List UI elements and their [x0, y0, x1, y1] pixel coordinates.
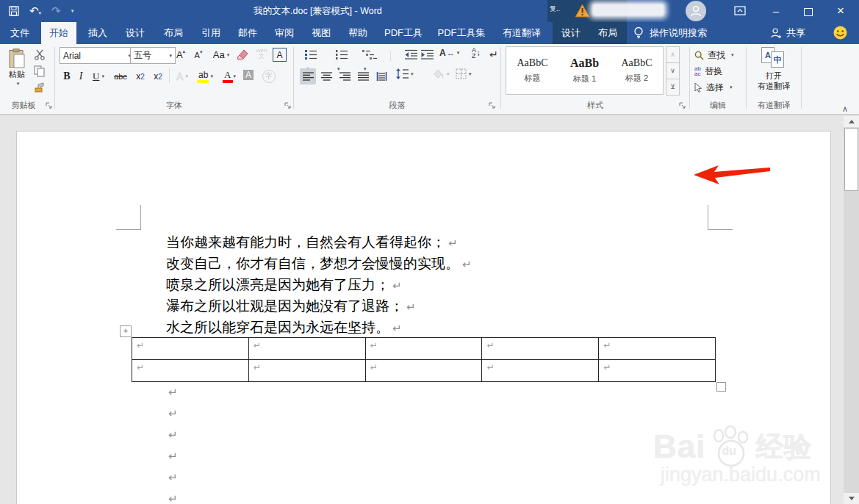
minimize-button[interactable]: –: [764, 0, 788, 22]
align-center-button[interactable]: [318, 68, 334, 84]
enclose-characters-button[interactable]: 字: [262, 70, 276, 83]
redo-icon[interactable]: ↷: [51, 4, 61, 18]
show-marks-button[interactable]: ↵: [489, 48, 498, 60]
paragraph-mark[interactable]: ↵: [168, 471, 178, 484]
styles-scroll-down[interactable]: ∨: [666, 63, 680, 79]
sort-button[interactable]: A Z ↓: [472, 47, 481, 59]
grow-font-button[interactable]: A▴: [173, 47, 189, 62]
undo-icon[interactable]: ↶▾: [29, 4, 41, 18]
change-case-button[interactable]: Aa▾: [211, 47, 231, 62]
table-cell[interactable]: ↵: [249, 360, 366, 382]
strikethrough-button[interactable]: abc: [111, 68, 130, 85]
tab-home[interactable]: 开始: [41, 22, 76, 44]
cut-button[interactable]: [34, 49, 46, 60]
scroll-up-button[interactable]: [844, 116, 859, 127]
warning-icon[interactable]: [575, 4, 590, 18]
italic-button[interactable]: I: [76, 68, 86, 85]
paragraph-mark[interactable]: ↵: [168, 428, 178, 442]
font-size-combobox[interactable]: 五号▾: [130, 47, 176, 64]
styles-scroll-up[interactable]: ∧: [666, 46, 680, 63]
text-highlight-button[interactable]: ab▾: [195, 68, 217, 85]
table-cell[interactable]: ↵: [249, 338, 366, 360]
underline-button[interactable]: U▾: [89, 68, 108, 85]
tab-layout[interactable]: 布局: [157, 22, 190, 44]
tab-review[interactable]: 审阅: [267, 22, 301, 44]
tab-view[interactable]: 视图: [304, 22, 338, 44]
asian-layout-button[interactable]: A ↔ ▾: [439, 48, 459, 58]
tab-design[interactable]: 设计: [118, 22, 152, 44]
table-resize-handle[interactable]: [716, 382, 726, 392]
paragraph-mark[interactable]: ↵: [168, 492, 178, 504]
customize-qat-icon[interactable]: ▾: [71, 8, 74, 14]
doc-line[interactable]: 喷泉之所以漂亮是因为她有了压力；↵: [166, 276, 402, 294]
font-dialog-launcher[interactable]: [284, 102, 292, 109]
style-item-heading2[interactable]: AaBbC 标题 2: [613, 57, 661, 84]
ribbon-display-options-icon[interactable]: [734, 6, 746, 15]
find-button[interactable]: 查找▾: [694, 48, 734, 62]
copy-button[interactable]: [34, 65, 45, 77]
open-youdao-button[interactable]: A 中 打开 有道翻译: [750, 46, 797, 100]
doc-line[interactable]: 当你越来越有能力时，自然会有人看得起你；↵: [166, 234, 458, 251]
phonetic-guide-button[interactable]: wén 文: [254, 48, 270, 60]
tab-pdf-toolset[interactable]: PDF工具集: [431, 22, 492, 44]
account-avatar[interactable]: [686, 1, 706, 21]
style-item-title[interactable]: AaBbC 标题: [508, 57, 557, 84]
tell-me-search[interactable]: 操作说明搜索: [633, 22, 707, 44]
line-spacing-button[interactable]: ▾: [395, 68, 414, 79]
table-cell[interactable]: ↵: [599, 360, 716, 382]
maximize-button[interactable]: [797, 0, 820, 22]
share-button[interactable]: 共享: [770, 22, 805, 44]
table-cell[interactable]: ↵: [366, 338, 483, 360]
vertical-scrollbar[interactable]: [844, 116, 859, 504]
increase-indent-button[interactable]: [420, 49, 434, 60]
align-right-button[interactable]: [337, 68, 353, 84]
paragraph-dialog-launcher[interactable]: [489, 102, 496, 109]
subscript-button[interactable]: x2: [133, 68, 148, 85]
font-color-button[interactable]: A▾: [220, 68, 240, 85]
table-cell[interactable]: ↵: [482, 360, 599, 382]
shrink-font-button[interactable]: A▾: [190, 47, 206, 62]
character-shading-button[interactable]: A: [243, 70, 254, 80]
table-cell[interactable]: ↵: [132, 338, 249, 360]
tab-mailings[interactable]: 邮件: [231, 22, 265, 44]
feedback-smiley-icon[interactable]: [833, 26, 847, 40]
collapse-ribbon-icon[interactable]: ∧: [842, 104, 848, 114]
text-effects-button[interactable]: A▾: [173, 68, 192, 85]
tab-table-layout[interactable]: 布局: [589, 22, 626, 44]
paragraph-mark[interactable]: ↵: [168, 407, 178, 420]
tab-table-design[interactable]: 设计: [553, 22, 589, 44]
style-item-heading1[interactable]: AaBb 标题 1: [561, 57, 609, 84]
tab-references[interactable]: 引用: [194, 22, 228, 44]
tab-pdf-tools[interactable]: PDF工具: [378, 22, 429, 44]
clear-formatting-button[interactable]: [236, 48, 249, 60]
table-cell[interactable]: ↵: [132, 360, 249, 382]
tab-help[interactable]: 帮助: [341, 22, 375, 44]
save-icon[interactable]: [9, 6, 19, 16]
paragraph-mark[interactable]: ↵: [168, 386, 178, 399]
doc-line[interactable]: 瀑布之所以壮观是因为她没有了退路；↵: [166, 298, 416, 315]
table-cell[interactable]: ↵: [599, 338, 716, 360]
replace-button[interactable]: ab ac 替换: [694, 64, 722, 79]
font-name-combobox[interactable]: Arial▾: [60, 47, 134, 64]
tab-file[interactable]: 文件: [3, 22, 37, 44]
character-border-button[interactable]: A: [273, 48, 287, 62]
paste-button[interactable]: 粘贴 ▾: [3, 47, 31, 96]
scroll-down-button[interactable]: [844, 493, 859, 504]
scrollbar-thumb[interactable]: [844, 128, 858, 191]
styles-dialog-launcher[interactable]: [679, 102, 686, 109]
paragraph-mark[interactable]: ↵: [168, 450, 178, 463]
table-cell[interactable]: ↵: [366, 360, 483, 382]
doc-line[interactable]: 改变自己，你才有自信，梦想才会慢慢的实现。↵: [166, 255, 472, 273]
document-page[interactable]: 当你越来越有能力时，自然会有人看得起你；↵ 改变自己，你才有自信，梦想才会慢慢的…: [16, 131, 831, 504]
styles-gallery-more[interactable]: ⊻: [666, 79, 680, 96]
clipboard-dialog-launcher[interactable]: [46, 102, 53, 109]
tab-insert[interactable]: 插入: [81, 22, 115, 44]
table-cell[interactable]: ↵: [482, 338, 599, 360]
align-left-button[interactable]: [300, 68, 316, 84]
borders-button[interactable]: ▾: [456, 68, 472, 79]
close-button[interactable]: ×: [829, 0, 852, 22]
justify-button[interactable]: [355, 68, 371, 84]
bold-button[interactable]: B: [61, 68, 73, 85]
tab-youdao-translate[interactable]: 有道翻译: [494, 22, 550, 44]
table-move-handle[interactable]: +: [120, 325, 132, 337]
